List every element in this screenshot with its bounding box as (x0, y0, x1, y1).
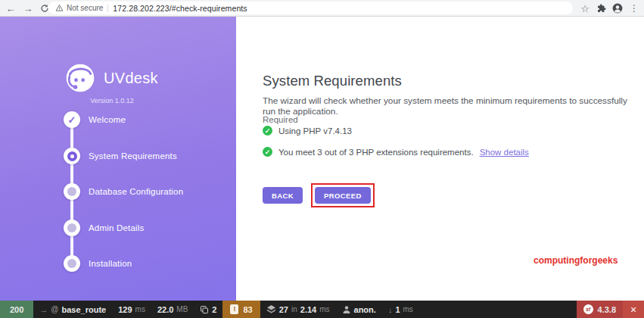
brand-name: UVdesk (104, 70, 158, 87)
symfony-profiler-toolbar: 200 → @ base_route 129 ms 22.0 MB 2 ! 83… (0, 301, 644, 318)
profiler-ajax[interactable]: ↓ 1 ms (382, 301, 419, 318)
brand: UVdesk (64, 61, 158, 95)
step-circle-welcome: ✓ (64, 111, 80, 128)
php-version-text: Using PHP v7.4.13 (278, 126, 352, 136)
version-label: Version 1.0.12 (74, 97, 150, 104)
proceed-button[interactable]: PROCEED (315, 187, 371, 204)
profile-avatar-icon (612, 3, 623, 14)
back-button[interactable]: BACK (263, 187, 303, 204)
log-warning-icon: ! (230, 304, 238, 314)
templates-icon (200, 305, 209, 314)
browser-menu-button[interactable]: ⋮ (628, 0, 640, 17)
profiler-close-button[interactable]: × (623, 301, 644, 318)
show-details-link[interactable]: Show details (480, 148, 529, 157)
wizard-sidebar: UVdesk Version 1.0.12 ✓ Welcome System R… (0, 17, 236, 301)
db-unit: ms (319, 305, 329, 313)
back-button[interactable]: ← (3, 0, 18, 17)
current-step-ring (67, 151, 77, 161)
profiler-memory[interactable]: 22.0 MB (151, 301, 194, 318)
profiler-logs-warning[interactable]: ! 83 (222, 301, 260, 318)
page-title: System Requirements (263, 73, 402, 89)
db-in-label: in (291, 305, 297, 313)
required-label: Required (263, 115, 298, 124)
step-circle-installation (64, 255, 80, 272)
route-name: base_route (62, 305, 107, 314)
browser-chrome: ← → Not secure 172.28.202.223/#check-req… (0, 0, 644, 17)
watermark-text: computingforgeeks (534, 255, 618, 266)
success-check-icon: ✓ (263, 126, 272, 136)
success-check-icon: ✓ (263, 147, 272, 157)
profiler-symfony-version[interactable]: sf 4.3.8 (577, 301, 623, 318)
logs-count: 83 (243, 305, 252, 314)
templates-count: 2 (212, 305, 216, 314)
profiler-templates[interactable]: 2 (194, 301, 222, 318)
ajax-value: 1 (395, 305, 400, 314)
button-row: BACK PROCEED (263, 183, 375, 207)
profiler-status-code[interactable]: 200 (0, 301, 33, 318)
pending-step-dot (67, 187, 76, 196)
site-security-chip[interactable]: Not secure (55, 4, 103, 12)
sidebar-step-system-requirements: System Requirements (89, 148, 177, 164)
step-circle-system-requirements (64, 148, 80, 164)
profile-button[interactable] (611, 0, 624, 17)
status-code-value: 200 (10, 305, 23, 314)
page-description: The wizard will check whether your syste… (263, 95, 633, 117)
pending-step-dot (67, 223, 76, 232)
sidebar-step-installation: Installation (89, 255, 132, 272)
php-version-check-row: ✓ Using PHP v7.4.13 (263, 126, 352, 136)
profiler-time[interactable]: 129 ms (112, 301, 151, 318)
db-count: 27 (279, 305, 288, 314)
current-step-dot (70, 154, 74, 158)
main-content: System Requirements The wizard will chec… (236, 17, 644, 301)
db-layers-icon (266, 304, 276, 314)
step-circle-admin-details (64, 220, 80, 236)
profiler-route[interactable]: → @ base_route (33, 301, 112, 318)
url-text: 172.28.202.223/#check-requirements (113, 4, 247, 13)
puzzle-icon (597, 4, 606, 13)
sidebar-step-admin-details: Admin Details (89, 220, 145, 236)
php-extensions-check-row: ✓ You meet 3 out of 3 PHP extensions req… (263, 147, 529, 157)
ajax-arrow-icon: ↓ (388, 305, 393, 314)
red-annotation-box: PROCEED (311, 183, 375, 207)
sidebar-step-database-configuration: Database Configuration (89, 183, 183, 200)
forward-button[interactable]: → (20, 0, 36, 17)
db-time: 2.14 (300, 305, 316, 314)
profiler-db-queries[interactable]: 27 in 2.14 ms (260, 301, 336, 318)
uvdesk-headset-logo-icon (64, 61, 97, 95)
ajax-unit: ms (403, 305, 413, 313)
time-value: 129 (118, 305, 132, 314)
address-bar[interactable]: Not secure 172.28.202.223/#check-require… (48, 2, 573, 14)
pending-step-dot (67, 259, 76, 268)
security-label: Not secure (67, 4, 103, 12)
symfony-version-value: 4.3.8 (598, 305, 616, 314)
bookmark-star-button[interactable]: ☆ (578, 0, 592, 17)
extensions-button[interactable] (595, 0, 608, 17)
time-unit: ms (135, 305, 145, 313)
memory-value: 22.0 (157, 305, 173, 314)
security-user: anon. (354, 305, 376, 314)
profiler-spacer (419, 301, 577, 318)
php-extensions-text: You meet 3 out of 3 PHP extensions requi… (278, 148, 474, 157)
profiler-security[interactable]: anon. (336, 301, 382, 318)
step-circle-database-configuration (64, 183, 80, 200)
route-arrow-icon: → (39, 305, 48, 314)
route-at-icon: @ (51, 305, 58, 313)
symfony-logo-icon: sf (583, 304, 593, 314)
not-secure-warning-icon (55, 4, 64, 12)
address-divider (107, 5, 108, 12)
sidebar-step-welcome: Welcome (89, 111, 126, 128)
memory-unit: MB (176, 305, 188, 313)
user-icon (342, 305, 351, 314)
